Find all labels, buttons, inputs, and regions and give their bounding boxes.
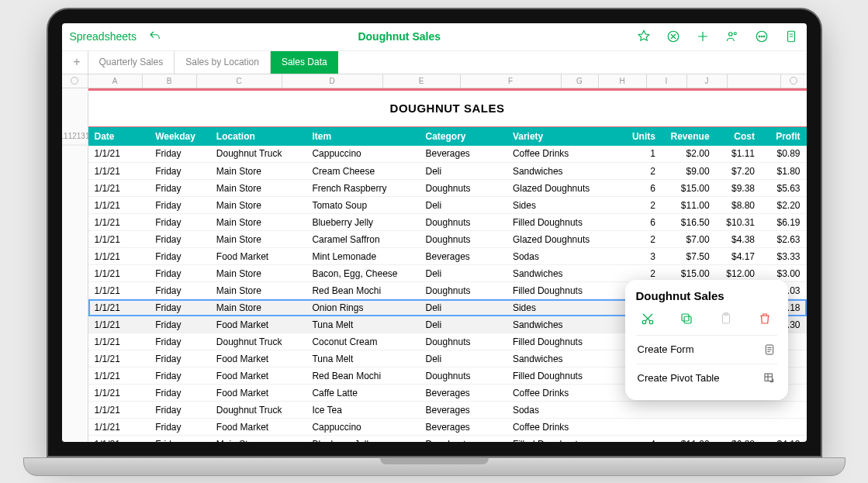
- cell[interactable]: Food Market: [210, 367, 306, 385]
- cell[interactable]: Tuna Melt: [306, 350, 419, 367]
- table-row[interactable]: 1/1/21FridayDoughnut TruckIce TeaBeverag…: [88, 402, 807, 419]
- cell[interactable]: Friday: [149, 299, 210, 316]
- cell[interactable]: Blueberry Jelly: [306, 214, 419, 231]
- cell[interactable]: Friday: [149, 231, 210, 248]
- cell[interactable]: Main Store: [210, 436, 306, 442]
- cell[interactable]: 1/1/21: [88, 367, 150, 385]
- cell[interactable]: Doughnut Truck: [210, 402, 306, 419]
- cell[interactable]: Deli: [420, 316, 507, 333]
- cell[interactable]: Main Store: [210, 231, 306, 248]
- undo-icon[interactable]: [147, 29, 163, 44]
- col-header[interactable]: Profit: [761, 126, 807, 146]
- cell[interactable]: Filled Doughnuts: [507, 436, 620, 442]
- row-number[interactable]: 12: [68, 128, 77, 145]
- cell[interactable]: Beverages: [420, 419, 507, 436]
- cell[interactable]: Glazed Doughnuts: [507, 231, 620, 248]
- cell[interactable]: 2: [620, 163, 662, 180]
- cell[interactable]: $1.80: [761, 163, 807, 180]
- cell[interactable]: Deli: [420, 197, 507, 214]
- cell[interactable]: Sides: [507, 299, 620, 316]
- cell[interactable]: [716, 419, 761, 436]
- cell[interactable]: Red Bean Mochi: [306, 367, 419, 385]
- cell[interactable]: Main Store: [210, 265, 306, 282]
- cell[interactable]: Beverages: [420, 402, 507, 419]
- cell[interactable]: Friday: [149, 436, 210, 442]
- cell[interactable]: [761, 402, 807, 419]
- cell[interactable]: Friday: [149, 214, 210, 231]
- cell[interactable]: 1/1/21: [88, 163, 150, 180]
- cell[interactable]: Sodas: [507, 402, 620, 419]
- table-row[interactable]: 1/1/21FridayMain StoreFrench RaspberryDo…: [88, 180, 807, 197]
- copy-icon[interactable]: [678, 310, 695, 327]
- cell[interactable]: $16.50: [662, 214, 716, 231]
- cell[interactable]: Doughnuts: [420, 180, 507, 197]
- cell[interactable]: Doughnuts: [420, 231, 507, 248]
- table-row[interactable]: 1/1/21FridayFood MarketMint LemonadeBeve…: [88, 248, 807, 265]
- cell[interactable]: Friday: [149, 248, 210, 265]
- back-button[interactable]: Spreadsheets: [70, 30, 137, 43]
- cell[interactable]: $9.38: [716, 180, 761, 197]
- cell[interactable]: Doughnuts: [420, 436, 507, 442]
- cell[interactable]: Friday: [149, 146, 210, 163]
- tab-sales-by-location[interactable]: Sales by Location: [175, 51, 271, 74]
- cell[interactable]: Friday: [149, 316, 210, 333]
- cell[interactable]: [761, 419, 807, 436]
- cell[interactable]: Food Market: [210, 316, 306, 333]
- col-letter[interactable]: D: [282, 74, 383, 88]
- cell[interactable]: [716, 402, 761, 419]
- cell[interactable]: $11.00: [662, 197, 716, 214]
- cell[interactable]: Onion Rings: [306, 299, 419, 316]
- cell[interactable]: Deli: [420, 163, 507, 180]
- col-letter[interactable]: A: [88, 74, 143, 88]
- cell[interactable]: Friday: [149, 419, 210, 436]
- cell[interactable]: 1/1/21: [88, 350, 150, 367]
- cell[interactable]: $2.20: [761, 197, 807, 214]
- col-letter[interactable]: E: [383, 74, 461, 88]
- cell[interactable]: Food Market: [210, 419, 306, 436]
- col-letter[interactable]: I: [647, 74, 687, 88]
- cell[interactable]: Deli: [420, 265, 507, 282]
- col-letter[interactable]: G: [562, 74, 599, 88]
- add-sheet-button[interactable]: +: [67, 51, 88, 74]
- cell[interactable]: $2.63: [761, 231, 807, 248]
- cell[interactable]: $7.20: [716, 163, 761, 180]
- cell[interactable]: $5.63: [761, 180, 807, 197]
- cell[interactable]: Main Store: [210, 180, 306, 197]
- cell[interactable]: Friday: [149, 367, 210, 385]
- trash-icon[interactable]: [756, 310, 773, 327]
- col-header[interactable]: Revenue: [662, 126, 716, 146]
- select-all-corner[interactable]: [62, 74, 88, 88]
- cell[interactable]: [662, 419, 716, 436]
- cell[interactable]: Doughnuts: [420, 367, 507, 385]
- col-header[interactable]: Location: [210, 126, 306, 146]
- cell[interactable]: 1: [620, 146, 662, 163]
- cell[interactable]: Friday: [149, 385, 210, 402]
- cell[interactable]: 1/1/21: [88, 402, 150, 419]
- cell[interactable]: Sandwiches: [507, 316, 620, 333]
- cell[interactable]: Beverages: [420, 385, 507, 402]
- cell[interactable]: [662, 402, 716, 419]
- cell[interactable]: Coconut Cream: [306, 333, 419, 350]
- cell[interactable]: Red Bean Mochi: [306, 282, 419, 299]
- cell[interactable]: 3: [620, 248, 662, 265]
- cell[interactable]: Friday: [149, 282, 210, 299]
- cell[interactable]: Coffee Drinks: [507, 146, 620, 163]
- cell[interactable]: 2: [620, 197, 662, 214]
- cell[interactable]: Friday: [149, 180, 210, 197]
- cell[interactable]: 1/1/21: [88, 333, 150, 350]
- cell[interactable]: Doughnuts: [420, 282, 507, 299]
- cell[interactable]: Beverages: [420, 248, 507, 265]
- cell[interactable]: Tomato Soup: [306, 197, 419, 214]
- cell[interactable]: Sides: [507, 197, 620, 214]
- col-letter[interactable]: H: [599, 74, 647, 88]
- cell[interactable]: 1/1/21: [88, 299, 150, 316]
- style-icon[interactable]: [666, 29, 681, 44]
- cell[interactable]: Filled Doughnuts: [507, 333, 620, 350]
- cell[interactable]: Caramel Saffron: [306, 231, 419, 248]
- cell[interactable]: Food Market: [210, 350, 306, 367]
- cell[interactable]: $10.31: [716, 214, 761, 231]
- cell[interactable]: Friday: [149, 402, 210, 419]
- cell[interactable]: [620, 419, 662, 436]
- cell[interactable]: Tuna Melt: [306, 316, 419, 333]
- cell[interactable]: Friday: [149, 197, 210, 214]
